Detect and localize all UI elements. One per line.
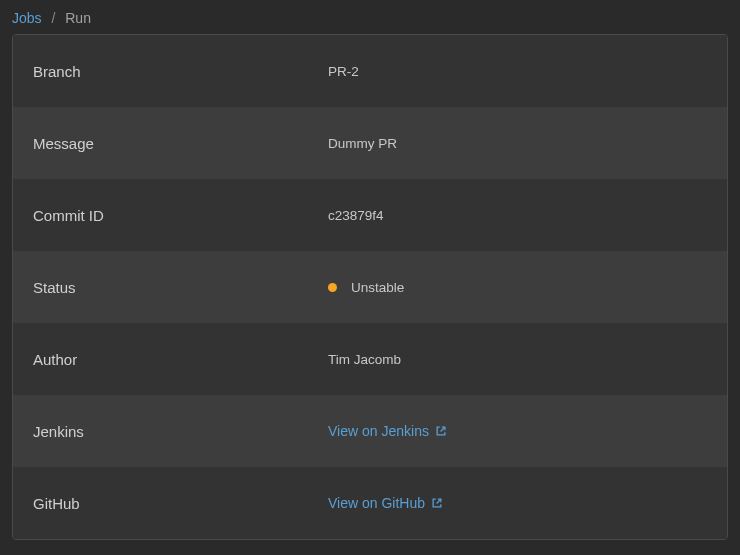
- row-jenkins: Jenkins View on Jenkins: [13, 395, 727, 467]
- run-details-panel: Branch PR-2 Message Dummy PR Commit ID c…: [12, 34, 728, 540]
- breadcrumb-current: Run: [65, 10, 91, 26]
- breadcrumb: Jobs / Run: [0, 0, 740, 34]
- external-link-icon: [435, 425, 447, 437]
- label-commit: Commit ID: [33, 207, 328, 224]
- jenkins-link[interactable]: View on Jenkins: [328, 423, 447, 439]
- breadcrumb-jobs-link[interactable]: Jobs: [12, 10, 42, 26]
- label-message: Message: [33, 135, 328, 152]
- label-status: Status: [33, 279, 328, 296]
- label-author: Author: [33, 351, 328, 368]
- status-text: Unstable: [351, 280, 404, 295]
- value-author: Tim Jacomb: [328, 352, 707, 367]
- row-author: Author Tim Jacomb: [13, 323, 727, 395]
- github-link[interactable]: View on GitHub: [328, 495, 443, 511]
- label-github: GitHub: [33, 495, 328, 512]
- row-github: GitHub View on GitHub: [13, 467, 727, 539]
- breadcrumb-separator: /: [51, 10, 55, 26]
- value-message: Dummy PR: [328, 136, 707, 151]
- value-status: Unstable: [328, 280, 707, 295]
- label-jenkins: Jenkins: [33, 423, 328, 440]
- github-link-text: View on GitHub: [328, 495, 425, 511]
- row-commit: Commit ID c23879f4: [13, 179, 727, 251]
- jenkins-link-text: View on Jenkins: [328, 423, 429, 439]
- value-branch: PR-2: [328, 64, 707, 79]
- label-branch: Branch: [33, 63, 328, 80]
- row-status: Status Unstable: [13, 251, 727, 323]
- external-link-icon: [431, 497, 443, 509]
- value-commit: c23879f4: [328, 208, 707, 223]
- status-dot-icon: [328, 283, 337, 292]
- row-message: Message Dummy PR: [13, 107, 727, 179]
- row-branch: Branch PR-2: [13, 35, 727, 107]
